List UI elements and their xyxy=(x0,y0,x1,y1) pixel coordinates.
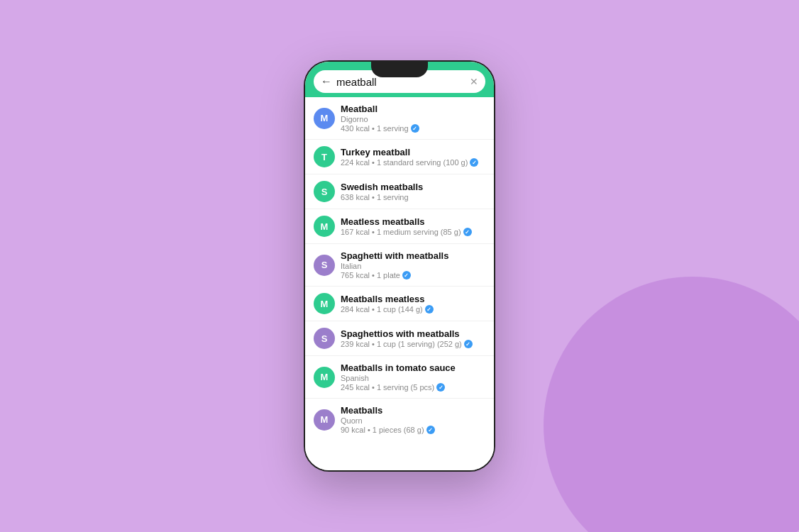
verified-icon xyxy=(463,228,472,236)
food-meta: 90 kcal • 1 pieces (68 g) xyxy=(341,426,485,434)
food-name: Meatball xyxy=(341,104,485,114)
verified-icon xyxy=(411,124,419,133)
food-name: Spaghettios with meatballs xyxy=(341,328,485,339)
food-name: Spaghetti with meatballs xyxy=(341,250,485,261)
food-meta: 430 kcal • 1 serving xyxy=(341,124,485,133)
verified-icon xyxy=(436,383,445,392)
food-meta: 245 kcal • 1 serving (5 pcs) xyxy=(341,383,485,392)
list-item[interactable]: MMeatballDigorno430 kcal • 1 serving xyxy=(305,97,494,140)
verified-icon xyxy=(470,158,478,167)
results-list: MMeatballDigorno430 kcal • 1 serving TTu… xyxy=(305,97,494,470)
search-query[interactable]: meatball xyxy=(336,76,470,88)
avatar: S xyxy=(314,181,335,202)
clear-icon[interactable]: ✕ xyxy=(470,76,478,87)
food-name: Meatballs in tomato sauce xyxy=(341,362,485,373)
list-item[interactable]: MMeatless meatballs167 kcal • 1 medium s… xyxy=(305,209,494,244)
list-item[interactable]: SSwedish meatballs638 kcal • 1 serving xyxy=(305,174,494,209)
list-item[interactable]: MMeatballs in tomato sauceSpanish245 kca… xyxy=(305,356,494,399)
list-item[interactable]: MMeatballsQuorn90 kcal • 1 pieces (68 g) xyxy=(305,399,494,440)
food-name: Meatballs meatless xyxy=(341,294,485,304)
avatar: M xyxy=(314,108,335,129)
verified-icon xyxy=(402,271,411,279)
list-item[interactable]: TTurkey meatball224 kcal • 1 standard se… xyxy=(305,140,494,174)
avatar: M xyxy=(314,367,335,388)
avatar: S xyxy=(314,255,335,276)
food-brand: Quorn xyxy=(341,416,485,425)
avatar: S xyxy=(314,328,335,349)
verified-icon xyxy=(464,340,473,348)
food-meta: 224 kcal • 1 standard serving (100 g) xyxy=(341,158,485,167)
verified-icon xyxy=(426,426,435,434)
avatar: T xyxy=(314,146,335,167)
phone-notch xyxy=(371,62,428,77)
food-brand: Digorno xyxy=(341,115,485,123)
avatar: M xyxy=(314,409,335,431)
food-meta: 167 kcal • 1 medium serving (85 g) xyxy=(341,228,485,236)
avatar: M xyxy=(314,293,335,314)
food-name: Meatballs xyxy=(341,405,485,416)
food-meta: 638 kcal • 1 serving xyxy=(341,193,485,201)
food-brand: Italian xyxy=(341,262,485,270)
phone-screen: ← meatball ✕ MMeatballDigorno430 kcal • … xyxy=(304,60,495,472)
food-name: Turkey meatball xyxy=(341,147,485,157)
food-name: Swedish meatballs xyxy=(341,182,485,192)
food-meta: 284 kcal • 1 cup (144 g) xyxy=(341,305,485,314)
list-item[interactable]: MMeatballs meatless284 kcal • 1 cup (144… xyxy=(305,287,494,321)
phone-frame: ← meatball ✕ MMeatballDigorno430 kcal • … xyxy=(304,60,495,472)
avatar: M xyxy=(314,216,335,237)
verified-icon xyxy=(425,305,434,314)
list-item[interactable]: SSpaghetti with meatballsItalian765 kcal… xyxy=(305,244,494,287)
back-icon[interactable]: ← xyxy=(321,75,332,88)
food-meta: 765 kcal • 1 plate xyxy=(341,271,485,279)
background-circle xyxy=(544,277,799,532)
list-item[interactable]: SSpaghettios with meatballs239 kcal • 1 … xyxy=(305,321,494,356)
header-area: ← meatball ✕ xyxy=(305,62,494,97)
food-brand: Spanish xyxy=(341,374,485,382)
food-name: Meatless meatballs xyxy=(341,216,485,227)
food-meta: 239 kcal • 1 cup (1 serving) (252 g) xyxy=(341,340,485,348)
